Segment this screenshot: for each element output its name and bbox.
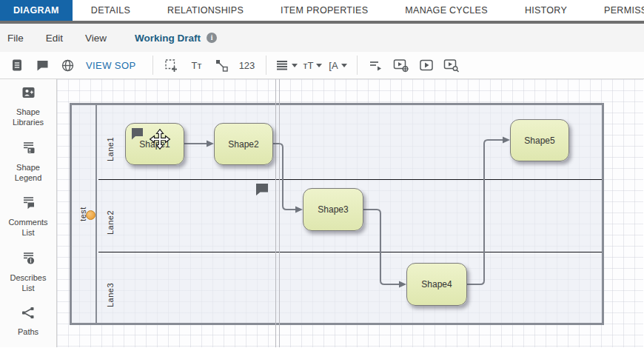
- view-sop-button[interactable]: VIEW SOP: [86, 60, 136, 71]
- sidebar-item-shape-legend[interactable]: Shape Legend: [4, 141, 53, 184]
- text-tool-icon[interactable]: Tᴛ: [187, 55, 207, 76]
- comment-icon[interactable]: [33, 55, 52, 76]
- tab-bar: DIAGRAM DETAILS RELATIONSHIPS ITEM PROPE…: [0, 0, 644, 21]
- page-guide-line: [279, 79, 280, 347]
- shape-node-4[interactable]: Shape4: [406, 263, 467, 306]
- shape-legend-icon: [21, 141, 36, 158]
- run-list-icon[interactable]: [366, 55, 386, 76]
- lane-label-3[interactable]: Lane3: [104, 269, 116, 307]
- font-family-icon[interactable]: [A: [329, 55, 348, 76]
- sidebar-item-label: Describes List: [4, 272, 53, 294]
- describes-list-icon: [21, 251, 36, 269]
- shape-label: Shape5: [524, 135, 554, 146]
- paths-icon: [21, 306, 36, 323]
- working-draft-status: Working Draft: [135, 33, 201, 44]
- tab-item-properties[interactable]: ITEM PROPERTIES: [262, 0, 386, 21]
- sidebar-item-shape-libraries[interactable]: Shape Libraries: [4, 85, 53, 128]
- toolbar: VIEW SOP Tᴛ 123 ᴛT [A: [0, 52, 644, 79]
- caret-down-icon: [292, 64, 298, 67]
- tab-details[interactable]: DETAILS: [73, 0, 149, 21]
- shape-node-1[interactable]: Shape1: [125, 123, 184, 165]
- shape-label: Shape1: [139, 139, 170, 150]
- tab-permissions[interactable]: PERMISSIONS: [586, 0, 644, 21]
- lane-label-1[interactable]: Lane1: [104, 123, 116, 161]
- shape-node-5[interactable]: Shape5: [510, 119, 569, 161]
- menu-view[interactable]: View: [85, 33, 107, 44]
- document-icon[interactable]: [7, 55, 27, 76]
- sidebar-item-comments-list[interactable]: Comments List: [4, 195, 53, 238]
- sidebar-item-label: Paths: [4, 327, 53, 337]
- tab-diagram[interactable]: DIAGRAM: [0, 0, 73, 21]
- sidebar-item-paths[interactable]: Paths: [4, 306, 53, 337]
- globe-icon[interactable]: [58, 55, 77, 76]
- run-search-icon[interactable]: [442, 55, 461, 76]
- line-style-icon[interactable]: [275, 55, 298, 76]
- info-icon[interactable]: i: [207, 33, 217, 43]
- comment-icon[interactable]: [255, 182, 270, 196]
- app-window: DIAGRAM DETAILS RELATIONSHIPS ITEM PROPE…: [0, 0, 644, 347]
- shape-label: Shape3: [318, 204, 348, 215]
- lane-divider: [98, 179, 602, 180]
- lane-label-2[interactable]: Lane2: [104, 196, 116, 235]
- toolbar-separator: [266, 56, 266, 75]
- font-size-icon[interactable]: ᴛT: [303, 55, 323, 76]
- menu-bar: File Edit View Working Draft i: [0, 24, 644, 52]
- caret-down-icon: [341, 64, 347, 67]
- tab-relationships[interactable]: RELATIONSHIPS: [149, 0, 262, 21]
- comments-list-icon: [21, 195, 36, 213]
- caret-down-icon: [316, 64, 322, 67]
- connector-icon[interactable]: [212, 55, 232, 76]
- sidebar-item-describes-list[interactable]: Describes List: [4, 251, 53, 294]
- tab-manage-cycles[interactable]: MANAGE CYCLES: [386, 0, 506, 21]
- sidebar-item-label: Shape Libraries: [4, 107, 53, 128]
- shape-node-3[interactable]: Shape3: [303, 188, 363, 231]
- run-settings-icon[interactable]: [392, 55, 411, 76]
- comment-indicator-icon[interactable]: [130, 127, 145, 140]
- numbering-icon[interactable]: 123: [238, 55, 257, 76]
- run-icon[interactable]: [417, 55, 436, 76]
- pool-marker-icon[interactable]: [86, 210, 95, 220]
- toolbar-separator: [152, 56, 153, 75]
- sidebar-item-label: Comments List: [4, 217, 53, 238]
- shape-label: Shape4: [421, 279, 452, 290]
- main-area: Shape Libraries Shape Legend Comments Li…: [0, 79, 644, 347]
- shape-node-2[interactable]: Shape2: [214, 123, 273, 165]
- shape-label: Shape2: [228, 139, 258, 150]
- left-sidebar: Shape Libraries Shape Legend Comments Li…: [0, 79, 57, 347]
- tab-history[interactable]: HISTORY: [506, 0, 586, 21]
- menu-edit[interactable]: Edit: [46, 33, 63, 44]
- menu-file[interactable]: File: [7, 33, 24, 44]
- page-guide-line: [275, 79, 276, 347]
- lane-divider: [98, 252, 602, 252]
- sidebar-item-label: Shape Legend: [4, 162, 53, 184]
- diagram-canvas[interactable]: test Lane1 Lane2 Lane3: [57, 79, 643, 347]
- shape-libraries-icon: [21, 85, 36, 103]
- marquee-add-icon[interactable]: [162, 55, 181, 76]
- toolbar-separator: [357, 56, 358, 75]
